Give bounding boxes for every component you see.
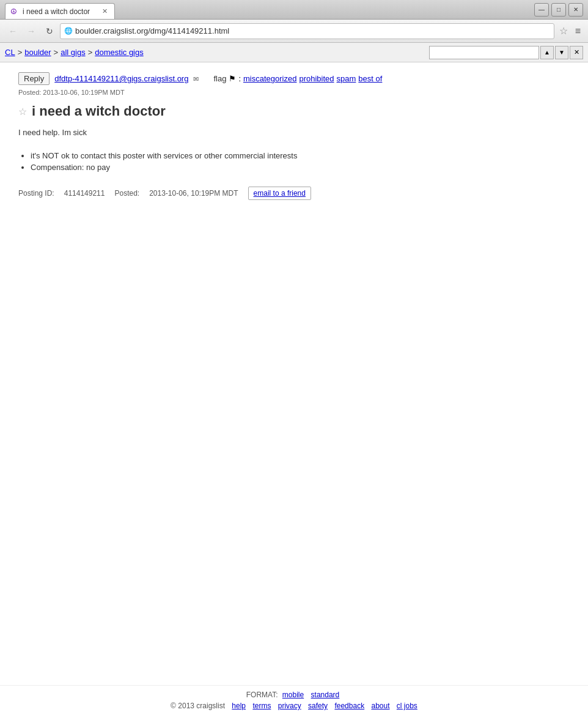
breadcrumb-cl-link[interactable]: CL (5, 48, 15, 57)
post-title: i need a witch doctor (32, 103, 166, 119)
standard-format-link[interactable]: standard (311, 691, 340, 699)
flag-area: flag ⚑ : miscategorized prohibited spam … (213, 74, 382, 83)
browser-tab[interactable]: ☮ i need a witch doctor ✕ (5, 3, 115, 19)
posting-id-value: 4114149211 (64, 189, 105, 198)
post-body: I need help. Im sick (18, 127, 570, 139)
flag-best-of-link[interactable]: best of (358, 74, 382, 83)
search-bar: CL > boulder > all gigs > domestic gigs … (0, 43, 588, 62)
page-footer: FORMAT: mobile standard © 2013 craigslis… (0, 685, 588, 715)
post-header: Reply dfdtp-4114149211@gigs.craigslist.o… (18, 72, 570, 85)
email-icon: ✉ (193, 75, 199, 83)
browser-window: ☮ i need a witch doctor ✕ — □ ✕ ← → ↻ 🌐 … (0, 0, 588, 715)
search-input[interactable] (429, 46, 539, 59)
reload-button[interactable]: ↻ (42, 23, 57, 39)
tab-close-button[interactable]: ✕ (100, 7, 109, 17)
poster-email-link[interactable]: dfdtp-4114149211@gigs.craigslist.org (54, 74, 188, 83)
notice-item: Compensation: no pay (31, 163, 570, 172)
mobile-format-link[interactable]: mobile (282, 691, 304, 699)
search-close-button[interactable]: ✕ (570, 46, 583, 59)
format-label: FORMAT: (246, 691, 278, 699)
breadcrumb-sep-3: > (88, 48, 93, 57)
post-date: Posted: 2013-10-06, 10:19PM MDT (18, 89, 570, 96)
about-link[interactable]: about (371, 702, 389, 710)
close-button[interactable]: ✕ (568, 3, 583, 17)
navigation-bar: ← → ↻ 🌐 ☆ ≡ (0, 20, 588, 43)
feedback-link[interactable]: feedback (334, 702, 364, 710)
address-input[interactable] (75, 26, 550, 35)
flag-icon: ⚑ (229, 74, 236, 83)
favorite-star-icon[interactable]: ☆ (18, 106, 27, 117)
notice-item: it's NOT ok to contact this poster with … (31, 151, 570, 160)
privacy-link[interactable]: privacy (278, 702, 301, 710)
post-title-area: ☆ i need a witch doctor (18, 103, 570, 119)
search-down-button[interactable]: ▼ (555, 46, 568, 59)
back-button[interactable]: ← (5, 23, 21, 39)
window-controls: — □ ✕ (534, 3, 583, 17)
help-link[interactable]: help (232, 702, 246, 710)
breadcrumb-sep-1: > (18, 48, 23, 57)
maximize-button[interactable]: □ (551, 3, 566, 17)
posting-info: Posting ID: 4114149211 Posted: 2013-10-0… (18, 187, 570, 200)
page-icon: 🌐 (64, 27, 73, 35)
posted-date-value: 2013-10-06, 10:19PM MDT (149, 189, 238, 198)
tab-title: i need a witch doctor (23, 7, 96, 16)
copyright-text: © 2013 craigslist (171, 702, 225, 710)
search-container: ▲ ▼ ✕ (429, 46, 583, 59)
breadcrumb: CL > boulder > all gigs > domestic gigs (5, 48, 427, 57)
page-content: Reply dfdtp-4114149211@gigs.craigslist.o… (0, 62, 588, 685)
footer-links: © 2013 craigslist help terms privacy saf… (0, 702, 588, 710)
flag-colon: : (238, 74, 241, 83)
address-bar-container: 🌐 (60, 23, 554, 39)
flag-miscategorized-link[interactable]: miscategorized (243, 74, 296, 83)
title-bar: ☮ i need a witch doctor ✕ — □ ✕ (0, 0, 588, 20)
breadcrumb-all-gigs-link[interactable]: all gigs (61, 48, 85, 57)
tab-favicon-icon: ☮ (10, 7, 19, 16)
email-friend-button[interactable]: email to a friend (248, 187, 311, 200)
tab-bar: ☮ i need a witch doctor ✕ (5, 0, 529, 19)
minimize-button[interactable]: — (534, 3, 549, 17)
post-notices: it's NOT ok to contact this poster with … (18, 151, 570, 172)
browser-menu-icon[interactable]: ≡ (573, 26, 583, 37)
posted-label: Posted: (114, 189, 139, 198)
terms-link[interactable]: terms (252, 702, 271, 710)
flag-spam-link[interactable]: spam (337, 74, 356, 83)
flag-prohibited-link[interactable]: prohibited (299, 74, 334, 83)
bookmark-star-icon[interactable]: ☆ (557, 25, 570, 37)
breadcrumb-boulder-link[interactable]: boulder (24, 48, 51, 57)
footer-format: FORMAT: mobile standard (0, 691, 588, 699)
breadcrumb-sep-2: > (54, 48, 59, 57)
forward-button[interactable]: → (23, 23, 39, 39)
flag-label: flag (213, 74, 226, 83)
reply-button[interactable]: Reply (18, 72, 50, 85)
breadcrumb-domestic-gigs-link[interactable]: domestic gigs (95, 48, 143, 57)
cl-jobs-link[interactable]: cl jobs (397, 702, 417, 710)
posting-id-label: Posting ID: (18, 189, 54, 198)
content-area: Reply dfdtp-4114149211@gigs.craigslist.o… (0, 62, 588, 715)
search-up-button[interactable]: ▲ (540, 46, 554, 59)
safety-link[interactable]: safety (308, 702, 328, 710)
